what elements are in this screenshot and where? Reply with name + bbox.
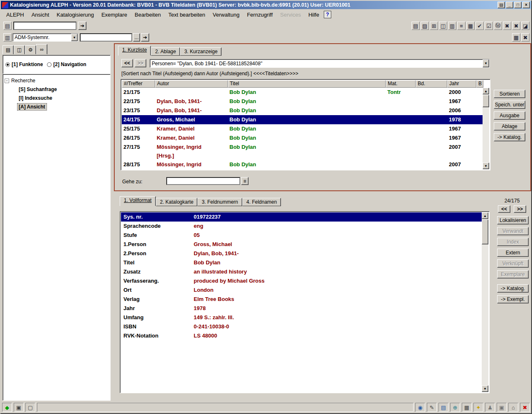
col-titel[interactable]: Titel: [228, 80, 386, 88]
prev-record-button[interactable]: <<: [498, 205, 510, 213]
menu-bearbeiten[interactable]: Bearbeiten: [131, 10, 165, 19]
field-row[interactable]: ISBN 0-241-10038-0: [121, 322, 483, 331]
user-icon[interactable]: ♟: [485, 403, 495, 412]
goto-list-icon[interactable]: ≡: [241, 177, 249, 185]
cancel-icon[interactable]: ◪: [521, 22, 530, 30]
split-tab-icon[interactable]: ◫: [14, 45, 25, 54]
keyboard-status-icon[interactable]: ▦: [462, 403, 472, 412]
ablage-button[interactable]: Ablage: [494, 122, 525, 131]
ausgabe-button[interactable]: Ausgabe: [494, 111, 525, 120]
field-row[interactable]: Zusatz an illustrated history: [121, 267, 483, 276]
grid-view-icon[interactable]: ▦: [466, 22, 475, 30]
table-row[interactable]: 27/175 Mössinger, Ingrid [Hrsg.] Bob Dyl…: [122, 143, 483, 160]
menu-fernzugriff[interactable]: Fernzugriff: [243, 10, 276, 19]
close-record-icon[interactable]: ✖: [503, 22, 511, 30]
tab-kurzanzeige[interactable]: 3. Kurzanzeige: [180, 47, 222, 56]
tree-item-ansicht[interactable]: [A] Ansicht: [17, 103, 47, 111]
table-row-selected[interactable]: 24/175 Gross, Michael Bob Dylan 1978: [122, 115, 483, 124]
edit-status-icon[interactable]: ✎: [427, 403, 437, 412]
exemplar-button[interactable]: -> Exempl.: [497, 295, 529, 303]
menu-exemplare[interactable]: Exemplare: [98, 10, 131, 19]
close-view-icon[interactable]: ✖: [521, 33, 530, 42]
scroll-thumb[interactable]: [482, 219, 488, 244]
table-row[interactable]: 26/175 Kramer, Daniel Bob Dylan 1967: [122, 133, 483, 143]
tab-ablage[interactable]: 2. Ablage: [151, 47, 180, 56]
col-bd[interactable]: Bd.: [416, 80, 447, 88]
scroll-down-icon[interactable]: ▼: [483, 163, 489, 169]
home-icon[interactable]: ⌂: [508, 403, 518, 412]
tab-feldnummern[interactable]: 3. Feldnummern: [197, 198, 242, 206]
menu-hilfe[interactable]: Hilfe: [305, 10, 323, 19]
new-record-icon[interactable]: ▤: [411, 22, 420, 30]
tree-root-recherche[interactable]: − Recherche: [5, 77, 108, 84]
lock-icon[interactable]: ▣: [497, 403, 507, 412]
col-b[interactable]: B: [476, 80, 483, 88]
scroll-up-icon[interactable]: ▲: [482, 212, 488, 219]
close-button[interactable]: ×: [522, 2, 530, 8]
table-row[interactable]: 25/175 Kramer, Daniel Bob Dylan 1967: [122, 124, 483, 133]
scroll-down-icon[interactable]: ▼: [482, 385, 488, 392]
katalog-button[interactable]: -> Katalog.: [494, 133, 525, 141]
field-row[interactable]: Sprachencode eng: [121, 222, 483, 231]
tree-item-indexsuche[interactable]: [I] Indexsuche: [17, 94, 54, 102]
minimize-button[interactable]: _: [506, 2, 513, 8]
tab-kurzliste[interactable]: 1. Kurzliste: [118, 46, 151, 56]
close-all-icon[interactable]: ✖: [512, 22, 520, 30]
record-number-input[interactable]: [80, 33, 132, 42]
check-record-icon[interactable]: ✔: [475, 22, 484, 30]
record-base-select[interactable]: ADM-Systemnr. ▼: [12, 33, 78, 42]
speichern-unter-button[interactable]: Speich. unter: [494, 101, 525, 109]
split-editor-icon[interactable]: ◫: [439, 22, 447, 30]
more-options-button[interactable]: ...: [133, 33, 140, 42]
menu-aleph[interactable]: ALEPH: [2, 10, 28, 19]
browse-library-icon[interactable]: ▥: [448, 22, 456, 30]
field-row[interactable]: Verlag Elm Tree Books: [121, 295, 483, 304]
tree-view-icon[interactable]: ⊞: [430, 22, 438, 30]
maximize-button[interactable]: □: [514, 2, 522, 8]
tab-feldnamen[interactable]: 4. Feldnamen: [242, 198, 281, 206]
table-row[interactable]: 21/175 Bob Dylan Tontr 2000: [122, 88, 483, 97]
marc-view-icon[interactable]: Ⓜ: [494, 22, 502, 30]
mode-navigation[interactable]: [2] Navigation: [47, 62, 86, 67]
extern-button[interactable]: Extern: [497, 249, 529, 257]
field-row[interactable]: 1.Person Gross, Michael: [121, 240, 483, 249]
fields-scrollbar[interactable]: ▲ ▼: [482, 212, 488, 392]
tools-tab-icon[interactable]: ⚙: [25, 45, 36, 54]
field-row[interactable]: Titel Bob Dylan: [121, 258, 483, 267]
help-icon[interactable]: ?: [324, 11, 331, 18]
query-select[interactable]: Personen= "Dylan, Bob 1941- DE-588118528…: [150, 59, 490, 68]
record-doc-icon[interactable]: ▣: [14, 403, 24, 412]
menu-ansicht[interactable]: Ansicht: [28, 10, 53, 19]
tab-katalogkarte[interactable]: 2. Katalogkarte: [156, 198, 198, 206]
key-icon[interactable]: ✦: [473, 403, 483, 412]
refresh-view-icon[interactable]: ▦: [512, 33, 520, 42]
save-status-icon[interactable]: ▤: [438, 403, 448, 412]
scroll-thumb[interactable]: [483, 95, 489, 107]
tab-vollformat[interactable]: 1. Vollformat: [120, 196, 156, 206]
col-autor[interactable]: Autor: [155, 80, 228, 88]
field-row[interactable]: 2.Person Dylan, Bob, 1941-: [121, 249, 483, 258]
network-status-icon[interactable]: ⊕: [450, 403, 460, 412]
field-row[interactable]: Umfang 149 S.: zahlr. Ill.: [121, 313, 483, 322]
quick-search-input[interactable]: [13, 22, 76, 30]
go-search-button[interactable]: ➔: [78, 22, 86, 30]
records-tab-icon[interactable]: ▤: [2, 45, 14, 54]
table-row[interactable]: 22/175 Dylan, Bob, 1941- Bob Dylan 1967: [122, 97, 483, 106]
print-titlebar-button[interactable]: ▤: [498, 2, 505, 8]
katalog-button[interactable]: -> Katalog.: [497, 284, 529, 293]
table-row[interactable]: 23/175 Dylan, Bob, 1941- Bob Dylan 2006: [122, 106, 483, 115]
next-record-button[interactable]: >>: [514, 205, 526, 213]
collapse-icon[interactable]: −: [5, 79, 9, 83]
field-row[interactable]: Ort London: [121, 286, 483, 295]
load-record-icon[interactable]: ▨: [421, 22, 429, 30]
scroll-up-icon[interactable]: ▲: [483, 88, 489, 94]
close-session-icon[interactable]: ✖: [520, 403, 530, 412]
show-list-icon[interactable]: ≡: [457, 22, 466, 30]
record-copy-icon[interactable]: ▢: [25, 403, 35, 412]
menu-verwaltung[interactable]: Verwaltung: [209, 10, 243, 19]
col-jahr[interactable]: Jahr: [447, 80, 476, 88]
col-treffer[interactable]: #/Treffer: [122, 80, 155, 88]
connection-status-icon[interactable]: ◉: [415, 403, 425, 412]
field-row[interactable]: RVK-Notation LS 48000: [121, 331, 483, 340]
table-row[interactable]: 28/175 Mössinger, Ingrid Bob Dylan 2007: [122, 160, 483, 169]
